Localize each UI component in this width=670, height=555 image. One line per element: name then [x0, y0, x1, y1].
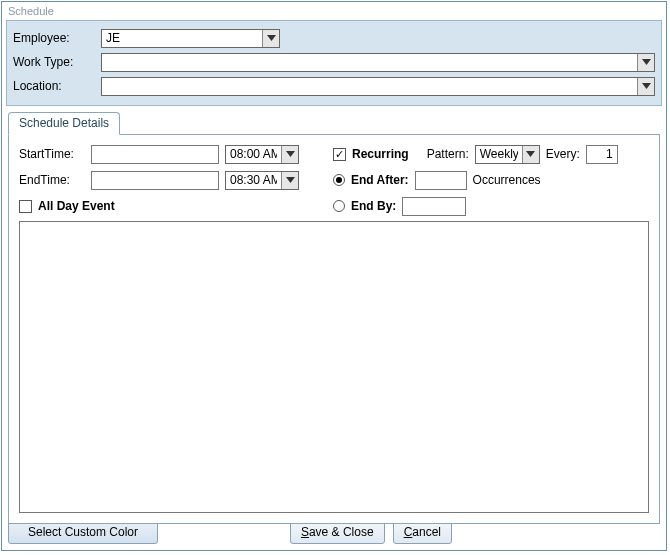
chevron-down-icon	[526, 151, 535, 157]
starttime-date-input[interactable]	[91, 145, 219, 164]
occurrences-label: Occurrences	[473, 173, 541, 187]
recurrence-column: Recurring Pattern: Every: End After:	[333, 143, 618, 221]
svg-marker-0	[267, 35, 276, 41]
svg-marker-5	[526, 151, 535, 157]
chevron-down-icon	[286, 151, 295, 157]
svg-marker-3	[286, 151, 295, 157]
end-after-radio[interactable]	[333, 174, 345, 186]
chevron-down-icon	[642, 59, 651, 65]
employee-dropdown-button[interactable]	[262, 30, 279, 47]
pattern-input[interactable]	[476, 146, 522, 163]
every-label: Every:	[546, 147, 580, 161]
location-dropdown-button[interactable]	[637, 78, 654, 95]
end-by-input[interactable]	[402, 197, 466, 216]
tab-body: StartTime: EndTime:	[8, 134, 660, 524]
end-after-input[interactable]	[415, 171, 467, 190]
starttime-time-input[interactable]	[226, 146, 281, 163]
worktype-dropdown-button[interactable]	[637, 54, 654, 71]
end-by-radio[interactable]	[333, 200, 345, 212]
employee-input[interactable]	[102, 30, 262, 47]
worktype-input[interactable]	[102, 54, 637, 71]
location-label: Location:	[13, 79, 101, 93]
endtime-time-combo[interactable]	[225, 171, 299, 190]
end-after-label: End After:	[351, 173, 409, 187]
worktype-label: Work Type:	[13, 55, 101, 69]
allday-checkbox[interactable]	[19, 200, 32, 213]
chevron-down-icon	[642, 83, 651, 89]
location-input[interactable]	[102, 78, 637, 95]
worktype-combo[interactable]	[101, 53, 655, 72]
recurring-checkbox[interactable]	[333, 148, 346, 161]
allday-label: All Day Event	[38, 199, 115, 213]
every-input[interactable]	[586, 145, 618, 164]
pattern-dropdown-button[interactable]	[522, 146, 539, 163]
tabs-area: Schedule Details StartTime: EndTime:	[8, 110, 660, 524]
employee-combo[interactable]	[101, 29, 280, 48]
end-by-label: End By:	[351, 199, 396, 213]
endtime-label: EndTime:	[19, 173, 85, 187]
window-title: Schedule	[2, 2, 666, 18]
tab-schedule-details[interactable]: Schedule Details	[8, 112, 120, 135]
endtime-date-input[interactable]	[91, 171, 219, 190]
starttime-time-dropdown[interactable]	[281, 146, 298, 163]
location-combo[interactable]	[101, 77, 655, 96]
employee-label: Employee:	[13, 31, 101, 45]
chevron-down-icon	[286, 177, 295, 183]
header-panel: Employee: Work Type: Location:	[6, 20, 662, 106]
svg-marker-1	[642, 59, 651, 65]
pattern-combo[interactable]	[475, 145, 540, 164]
svg-marker-4	[286, 177, 295, 183]
svg-marker-2	[642, 83, 651, 89]
starttime-label: StartTime:	[19, 147, 85, 161]
starttime-time-combo[interactable]	[225, 145, 299, 164]
details-list-area[interactable]	[19, 221, 649, 513]
endtime-time-dropdown[interactable]	[281, 172, 298, 189]
pattern-label: Pattern:	[427, 147, 469, 161]
schedule-window: Schedule Employee: Work Type: Location:	[1, 1, 667, 551]
recurring-label: Recurring	[352, 147, 409, 161]
chevron-down-icon	[267, 35, 276, 41]
endtime-time-input[interactable]	[226, 172, 281, 189]
